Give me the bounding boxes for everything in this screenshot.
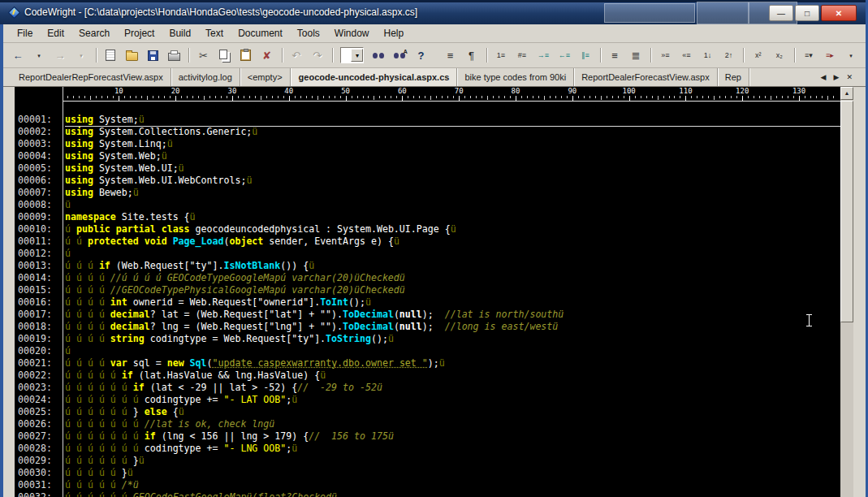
code-line[interactable]: ú public partial class geocodeuncodedphy…: [65, 223, 840, 236]
sort-descending-button[interactable]: 2↑: [719, 47, 738, 63]
show-whitespace-button[interactable]: ≡: [441, 47, 460, 63]
subscript-button[interactable]: x₂: [770, 47, 789, 63]
sort-ascending-button[interactable]: 1↓: [697, 47, 717, 63]
code-line[interactable]: ú ú ú ú //GEOCodeTypePhysicalGoogleMapú …: [65, 284, 840, 296]
command-combobox[interactable]: ▾: [340, 47, 364, 63]
code-line[interactable]: ú ú ú ú var sql = new Sql("update caspex…: [65, 357, 840, 370]
combobox-dropdown-icon[interactable]: ▾: [351, 49, 363, 62]
tab-scroll-right-button[interactable]: ▶: [834, 73, 840, 81]
column-select-button[interactable]: #≡: [512, 47, 532, 63]
undo-button[interactable]: ↶: [287, 47, 306, 63]
code-line[interactable]: using Beweb;ü: [65, 187, 840, 199]
tab-reportdealerforecastview-aspx[interactable]: ReportDealerForecastView.aspx: [574, 68, 718, 86]
code-line[interactable]: ú: [65, 345, 840, 357]
code-line[interactable]: using System.Web.UI.WebControls;ü: [65, 175, 840, 187]
tab-scroll-left-button[interactable]: ◀: [821, 73, 827, 81]
tab-bike-type-codes-from-90ki[interactable]: bike type codes from 90ki: [457, 68, 574, 86]
code-line[interactable]: using System.Collections.Generic;ü: [65, 126, 840, 138]
code-line[interactable]: ú ú ú ú decimal? lat = (Web.Request["lat…: [65, 309, 840, 321]
print-button[interactable]: [164, 47, 184, 63]
nav-forward-button[interactable]: →: [50, 47, 70, 63]
nav-back-button[interactable]: ←: [8, 47, 28, 63]
code-line[interactable]: ú ú ú ú ú ú ú //lat is ok, check lngü: [65, 418, 840, 430]
menu-item-search[interactable]: Search: [71, 25, 117, 41]
close-button[interactable]: ✕: [821, 5, 857, 21]
code-line[interactable]: ú ú ú ú int ownerid = Web.Request["owner…: [65, 296, 840, 309]
tabify-button[interactable]: →≡: [533, 47, 553, 63]
scrollbar-thumb[interactable]: [840, 101, 853, 322]
tab-empty[interactable]: <empty>: [240, 68, 291, 86]
tab-rep[interactable]: Rep: [718, 68, 749, 86]
code-line[interactable]: ú ú ú ú //ú ú ú ú GEOCodeTypeGoogleMapú …: [65, 272, 840, 284]
cut-button[interactable]: ✂: [194, 47, 214, 63]
menu-item-text[interactable]: Text: [198, 25, 231, 41]
menu-item-file[interactable]: File: [10, 25, 40, 41]
justify-text-button[interactable]: ≣: [626, 47, 646, 63]
indent-guides-button[interactable]: ∥≡: [576, 47, 595, 63]
align-text-button[interactable]: ≡: [605, 47, 624, 63]
line-numbers-button[interactable]: 1≡: [491, 47, 511, 63]
menu-item-project[interactable]: Project: [117, 25, 162, 41]
code-line[interactable]: ú ú protected void Page_Load(object send…: [65, 236, 840, 248]
delete-button[interactable]: ✘: [257, 47, 277, 63]
code-line[interactable]: ú ú ú ú ú }ü: [65, 467, 840, 479]
code-line[interactable]: ú ú ú ú ú ú } else {ü: [65, 406, 840, 418]
nav-forward-dropdown-button[interactable]: ▾: [71, 47, 91, 63]
tools-dropdown-button[interactable]: ▾: [841, 47, 861, 63]
open-file-button[interactable]: [122, 47, 141, 63]
scroll-up-button[interactable]: ▲: [840, 87, 853, 100]
code-line[interactable]: ú ú ú ú ú ú ú if (lng < 156 || lng > 179…: [65, 430, 840, 443]
menu-item-window[interactable]: Window: [327, 25, 377, 41]
code-line[interactable]: ú ú ú ú ú ú GEOCodeFastGoogleMapü(float?…: [65, 491, 840, 497]
maximize-button[interactable]: □: [795, 5, 819, 21]
find-replace-button[interactable]: [390, 47, 409, 63]
minimize-button[interactable]: —: [769, 5, 793, 21]
find-button[interactable]: [369, 47, 388, 63]
save-file-button[interactable]: [143, 47, 162, 63]
title-bar[interactable]: CodeWright - [C:\data\projects\Honda\Hon…: [0, 0, 868, 24]
code-line[interactable]: ú ú ú ú ú ú }ü: [65, 455, 840, 467]
tab-reportdealerrepforecastview-aspx[interactable]: ReportDealerRepForecastView.aspx: [11, 68, 171, 86]
code-line[interactable]: ú ú ú if (Web.Request["ty"].IsNotBlank()…: [65, 260, 840, 272]
menu-item-help[interactable]: Help: [377, 25, 412, 41]
code-line[interactable]: using System;ü: [65, 114, 840, 126]
tab-activitylog-log[interactable]: activitylog.log: [171, 68, 240, 86]
show-eol-button[interactable]: ¶: [462, 47, 482, 63]
menu-item-build[interactable]: Build: [162, 25, 198, 41]
code-line[interactable]: ú ú ú ú ú /*ü: [65, 479, 840, 491]
shift-right-button[interactable]: »≡: [655, 47, 675, 63]
bookmark-list-button[interactable]: ≡▾: [799, 47, 818, 63]
code-line[interactable]: ü: [65, 199, 840, 211]
menu-item-document[interactable]: Document: [231, 25, 290, 41]
code-area[interactable]: using System;üusing System.Collections.G…: [65, 114, 840, 497]
redo-button[interactable]: ↷: [308, 47, 327, 63]
redo-icon: ↷: [313, 50, 322, 61]
copy-button[interactable]: [215, 47, 235, 63]
macro-button[interactable]: ≡▸: [820, 47, 840, 63]
editor[interactable]: 102030405060708090100110120130 00001:000…: [15, 87, 853, 497]
codewright-app-icon[interactable]: [8, 6, 19, 18]
code-line[interactable]: ú: [65, 248, 840, 260]
code-line[interactable]: ú ú ú ú decimal? lng = (Web.Request["lng…: [65, 321, 840, 333]
superscript-button[interactable]: x²: [749, 47, 768, 63]
code-line[interactable]: using System.Web.UI;ü: [65, 162, 840, 175]
nav-back-dropdown-button[interactable]: ▾: [29, 47, 49, 63]
shift-left-button[interactable]: «≡: [676, 47, 696, 63]
menu-item-edit[interactable]: Edit: [40, 25, 71, 41]
help-button[interactable]: ?: [411, 47, 430, 63]
tab-close-button[interactable]: ✕: [846, 73, 853, 81]
code-line[interactable]: ú ú ú ú ú ú ú codingtype += "- LAT OOB";…: [65, 394, 840, 406]
tab-geocode-uncoded-physical-aspx-cs[interactable]: geocode-uncoded-physical.aspx.cs: [291, 68, 458, 86]
code-line[interactable]: ú ú ú ú ú if (lat.HasValue && lng.HasVal…: [65, 370, 840, 382]
untabify-button[interactable]: ←≡: [555, 47, 574, 63]
code-line[interactable]: ú ú ú ú ú ú if (lat < -29 || lat > -52) …: [65, 382, 840, 394]
code-line[interactable]: ú ú ú ú ú ú ú codingtype += "- LNG OOB";…: [65, 443, 840, 455]
code-line[interactable]: ú ú ú ú string codingtype = Web.Request[…: [65, 333, 840, 345]
menu-item-tools[interactable]: Tools: [290, 25, 327, 41]
code-line[interactable]: using System.Linq;ü: [65, 138, 840, 150]
vertical-scrollbar[interactable]: ▲: [840, 87, 853, 497]
paste-button[interactable]: [236, 47, 256, 63]
code-line[interactable]: namespace Site.tests {ü: [65, 211, 840, 223]
code-line[interactable]: using System.Web;ü: [65, 150, 840, 162]
new-file-button[interactable]: [101, 47, 120, 63]
